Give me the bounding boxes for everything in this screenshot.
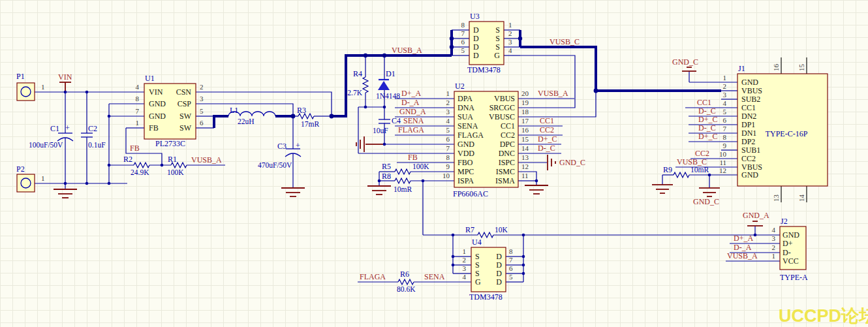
r4-ref: R4 — [353, 69, 362, 78]
svg-text:SUA: SUA — [457, 112, 473, 121]
resistor-r9 — [674, 172, 689, 178]
ground-rotated-c4 — [356, 136, 384, 152]
net-label-sena: SENA — [424, 272, 445, 281]
svg-text:4: 4 — [463, 273, 467, 281]
svg-text:13: 13 — [521, 153, 529, 161]
svg-text:VIN: VIN — [149, 87, 163, 97]
resistor-r4 — [363, 77, 368, 93]
net-label-cc1: CC1 — [540, 116, 554, 125]
svg-text:ISMC: ISMC — [496, 167, 515, 176]
svg-text:CC2: CC2 — [741, 154, 756, 163]
svg-text:6: 6 — [509, 264, 513, 272]
svg-text:1: 1 — [446, 89, 450, 97]
svg-text:5: 5 — [509, 273, 513, 281]
svg-text:DP1: DP1 — [741, 120, 755, 129]
svg-text:7: 7 — [461, 29, 465, 37]
svg-text:CSN: CSN — [176, 87, 192, 97]
net-label-vusb-a: VUSB_A — [538, 89, 568, 98]
r3-value: 17mR — [301, 120, 319, 128]
power-port-gnd-a — [747, 221, 763, 226]
net-label-fb: FB — [130, 144, 140, 153]
svg-text:1: 1 — [463, 247, 467, 255]
svg-text:1: 1 — [772, 252, 776, 260]
resistor-r5 — [395, 169, 411, 174]
svg-text:DPC: DPC — [500, 140, 515, 149]
net-label-cc2: CC2 — [540, 125, 554, 134]
svg-text:DNA: DNA — [457, 103, 474, 112]
svg-text:3: 3 — [200, 95, 204, 102]
svg-text:FLAGA: FLAGA — [457, 131, 484, 140]
svg-text:D: D — [496, 269, 502, 278]
svg-text:15: 15 — [521, 135, 529, 143]
svg-text:VCC: VCC — [783, 257, 799, 266]
svg-text:16: 16 — [772, 64, 780, 72]
svg-text:4: 4 — [723, 99, 727, 107]
net-label-cc2: CC2 — [695, 149, 709, 158]
net-label-dp-c: D+_C — [538, 134, 557, 144]
u4-ref: U4 — [472, 238, 482, 247]
svg-text:5: 5 — [723, 108, 727, 116]
svg-text:4: 4 — [446, 117, 450, 125]
c3-plus: + — [296, 141, 300, 150]
u3-part: TDM3478 — [467, 65, 501, 74]
svg-text:DNC: DNC — [499, 149, 515, 158]
svg-text:18: 18 — [521, 108, 529, 116]
ground-earth-j1 — [699, 188, 720, 196]
r6-value: 80.6K — [397, 285, 416, 293]
svg-text:2: 2 — [508, 29, 512, 37]
net-label-dn-c: D-_C — [698, 123, 716, 132]
svg-text:12: 12 — [521, 163, 529, 170]
svg-text:ISMA: ISMA — [495, 176, 515, 185]
c4-value: 10uF — [373, 127, 388, 134]
resistor-r8 — [395, 178, 411, 183]
svg-text:8: 8 — [509, 247, 513, 255]
svg-text:ISPA: ISPA — [457, 176, 474, 185]
svg-text:CC1: CC1 — [741, 103, 756, 112]
svg-text:GND: GND — [149, 112, 166, 121]
r1-ref: R1 — [168, 155, 177, 164]
power-port-gnd-c-top — [682, 67, 696, 71]
net-label-flaga: FLAGA — [398, 125, 424, 134]
schematic-canvas: VIN FB VUSB_A VUSB_A VUSB_C D+_A D-_A GN… — [0, 0, 868, 327]
l1-ref: L1 — [230, 106, 238, 115]
net-label-vin: VIN — [58, 72, 72, 82]
svg-text:2: 2 — [200, 83, 204, 91]
c1-plus: + — [65, 123, 70, 132]
net-label-vusb-c: VUSB_C — [550, 37, 580, 46]
svg-text:3: 3 — [508, 38, 512, 46]
svg-text:13: 13 — [772, 195, 780, 202]
u4-part: TDM3478 — [469, 292, 503, 302]
svg-text:1: 1 — [723, 74, 727, 82]
svg-text:CC2: CC2 — [501, 131, 515, 140]
connector-p2 — [17, 174, 35, 192]
c2-value: 0.1uF — [88, 141, 106, 149]
net-label-dn-c: D-_C — [538, 144, 555, 153]
svg-text:6: 6 — [461, 38, 465, 46]
svg-text:S: S — [475, 260, 480, 270]
svg-text:CC1: CC1 — [501, 121, 515, 131]
net-label-sena: SENA — [403, 116, 424, 125]
r7-value: 10K — [495, 226, 508, 234]
resistor-r2 — [134, 163, 149, 168]
p2-ref: P2 — [16, 164, 25, 174]
svg-text:SW: SW — [179, 112, 192, 121]
net-label-fb: FB — [408, 153, 418, 162]
svg-text:9: 9 — [723, 142, 727, 149]
r2-ref: R2 — [123, 155, 132, 164]
watermark: UCCPD论坛 — [779, 306, 868, 326]
r8-ref: R8 — [382, 172, 391, 181]
svg-text:2: 2 — [772, 243, 776, 251]
net-label-gnd-a: GND_A — [743, 211, 769, 220]
svg-text:1: 1 — [508, 21, 512, 29]
svg-text:11: 11 — [719, 159, 726, 166]
svg-text:15: 15 — [798, 64, 805, 72]
svg-text:CSP: CSP — [178, 99, 192, 108]
svg-text:VDD: VDD — [457, 149, 474, 158]
svg-text:FB: FB — [149, 123, 159, 132]
c1-ref: C1 — [50, 124, 59, 133]
svg-text:GND: GND — [741, 78, 758, 87]
svg-text:D: D — [473, 25, 479, 35]
svg-text:9: 9 — [446, 163, 450, 170]
ground-earth-r5r8 — [367, 186, 391, 195]
svg-text:14: 14 — [798, 195, 805, 202]
